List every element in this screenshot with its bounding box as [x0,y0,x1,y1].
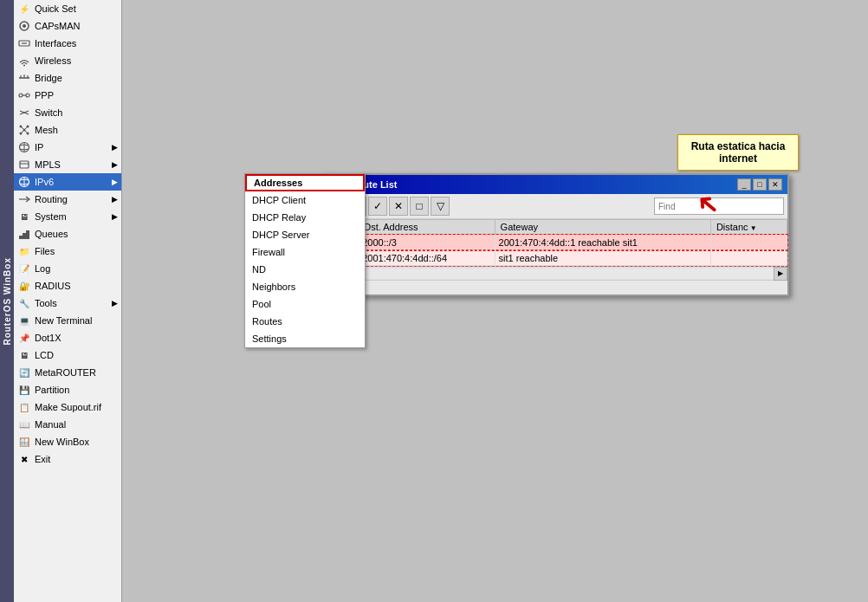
submenu-label-settings: Settings [252,333,287,344]
route-window: IPv6 Route List _ □ ✕ + − ✓ ✕ □ ▽ Dst. A… [321,173,789,296]
vertical-label: RouterOS WinBox [0,0,14,602]
col-header-gateway[interactable]: Gateway [495,220,710,235]
system-icon: 🖥 [17,210,31,223]
svg-point-1 [23,24,26,28]
sidebar-item-ip[interactable]: IP ▶ [14,139,121,156]
make-supout-icon: 📋 [17,400,31,414]
route-window-titlebar[interactable]: IPv6 Route List _ □ ✕ [323,175,787,194]
sidebar-label-tools: Tools [35,298,57,308]
find-input[interactable] [654,197,784,215]
vertical-label-text: RouterOS WinBox [3,257,12,346]
submenu-label-neighbors: Neighbors [252,282,295,292]
sidebar-item-exit[interactable]: ✖ Exit [14,450,121,468]
sidebar-item-queues[interactable]: Queues [14,225,121,243]
toolbar-disable-button[interactable]: ✕ [389,197,408,216]
sidebar-item-partition[interactable]: 💾 Partition [14,381,121,398]
sidebar-label-bridge: Bridge [35,73,62,83]
sidebar-label-make-supout: Make Supout.rif [35,402,101,412]
submenu-item-dhcp-client[interactable]: DHCP Client [245,191,365,209]
main-area: ForoISP Addresses DHCP Client DHCP Relay… [122,0,868,602]
sidebar-item-interfaces[interactable]: Interfaces [14,35,121,52]
ipv6-submenu: Addresses DHCP Client DHCP Relay DHCP Se… [244,173,366,348]
sidebar-label-metarouter: MetaROUTER [35,367,96,378]
submenu-item-settings[interactable]: Settings [245,330,365,347]
tools-arrow-icon: ▶ [112,299,118,307]
row-distance-1 [710,235,787,250]
table-row[interactable]: DAC ▶ 2001:470:4:4dd::/64 sit1 reachable [324,250,787,266]
exit-icon: ✖ [17,452,31,466]
submenu-item-nd[interactable]: ND [245,261,365,278]
submenu-item-firewall[interactable]: Firewall [245,243,365,261]
sidebar-item-system[interactable]: 🖥 System ▶ [14,208,121,225]
row-dst-2: 2001:470:4:4dd::/64 [359,250,495,266]
toolbar-filter-button[interactable]: ▽ [431,197,450,216]
submenu-label-firewall: Firewall [252,247,285,257]
interfaces-icon [17,36,31,50]
submenu-item-addresses[interactable]: Addresses [245,174,365,191]
horizontal-scrollbar[interactable]: ◀ ▶ [323,266,787,280]
sidebar-item-new-winbox[interactable]: 🪟 New WinBox [14,433,121,450]
submenu-item-dhcp-server[interactable]: DHCP Server [245,226,365,243]
svg-line-19 [21,126,24,130]
sidebar-item-manual[interactable]: 📖 Manual [14,416,121,433]
submenu-item-neighbors[interactable]: Neighbors [245,278,365,295]
sidebar-item-ipv6[interactable]: IPv6 ▶ [14,173,121,191]
sidebar-item-log[interactable]: 📝 Log [14,260,121,277]
sidebar-item-metarouter[interactable]: 🔄 MetaROUTER [14,364,121,381]
bridge-icon [17,71,31,85]
submenu-item-routes[interactable]: Routes [245,313,365,330]
window-maximize-button[interactable]: □ [753,178,767,191]
sidebar-item-wireless[interactable]: Wireless [14,52,121,69]
row-gateway-2: sit1 reachable [495,250,710,266]
lcd-icon: 🖥 [17,348,31,362]
sidebar-label-partition: Partition [35,385,69,395]
scroll-right-button[interactable]: ▶ [774,267,787,281]
sidebar-item-dot1x[interactable]: 📌 Dot1X [14,329,121,346]
quick-set-icon: ⚡ [17,2,31,16]
wireless-icon [17,54,31,68]
toolbar-enable-button[interactable]: ✓ [368,197,387,216]
sidebar-item-files[interactable]: 📁 Files [14,243,121,260]
sidebar-item-make-supout[interactable]: 📋 Make Supout.rif [14,398,121,416]
submenu-item-pool[interactable]: Pool [245,295,365,313]
submenu-label-addresses: Addresses [254,178,302,188]
svg-line-20 [24,126,28,130]
col-header-distance[interactable]: Distanc [710,220,787,235]
sidebar-item-bridge[interactable]: Bridge [14,69,121,87]
mesh-icon [17,123,31,137]
window-minimize-button[interactable]: _ [737,178,751,191]
row-dst-1: 2000::/3 [359,235,495,250]
submenu-label-dhcp-relay: DHCP Relay [252,212,306,223]
sidebar-item-switch[interactable]: Switch [14,104,121,121]
sidebar-item-capsman[interactable]: CAPsMAN [14,17,121,35]
svg-line-21 [21,130,24,133]
svg-rect-31 [23,233,26,239]
sidebar-label-queues: Queues [35,229,68,239]
route-table: Dst. Address Gateway Distanc AS ▶ 2000::… [323,219,787,266]
scroll-track[interactable] [337,269,774,279]
table-row[interactable]: AS ▶ 2000::/3 2001:470:4:4dd::1 reachabl… [324,235,787,250]
sidebar-label-manual: Manual [35,419,66,430]
sidebar-item-ppp[interactable]: PPP [14,87,121,104]
sidebar-item-quick-set[interactable]: ⚡ Quick Set [14,0,121,17]
sidebar-item-new-terminal[interactable]: 💻 New Terminal [14,312,121,329]
sidebar-item-mesh[interactable]: Mesh [14,121,121,139]
submenu-label-nd: ND [252,264,266,275]
sidebar-item-radius[interactable]: 🔐 RADIUS [14,277,121,295]
sidebar-label-capsman: CAPsMAN [35,21,81,31]
ip-arrow-icon: ▶ [112,143,118,152]
files-icon: 📁 [17,244,31,258]
sidebar: ⚡ Quick Set CAPsMAN Interfaces Wireless … [14,0,122,602]
sidebar-label-files: Files [35,246,55,256]
sidebar-item-lcd[interactable]: 🖥 LCD [14,346,121,364]
submenu-item-dhcp-relay[interactable]: DHCP Relay [245,209,365,226]
sidebar-item-tools[interactable]: 🔧 Tools ▶ [14,295,121,312]
sidebar-item-mpls[interactable]: MPLS ▶ [14,156,121,173]
ppp-icon [17,88,31,102]
sidebar-item-routing[interactable]: Routing ▶ [14,191,121,208]
window-close-button[interactable]: ✕ [768,178,782,191]
svg-rect-30 [19,236,23,239]
col-header-dst[interactable]: Dst. Address [359,220,495,235]
toolbar-copy-button[interactable]: □ [410,197,429,216]
metarouter-icon: 🔄 [17,366,31,379]
